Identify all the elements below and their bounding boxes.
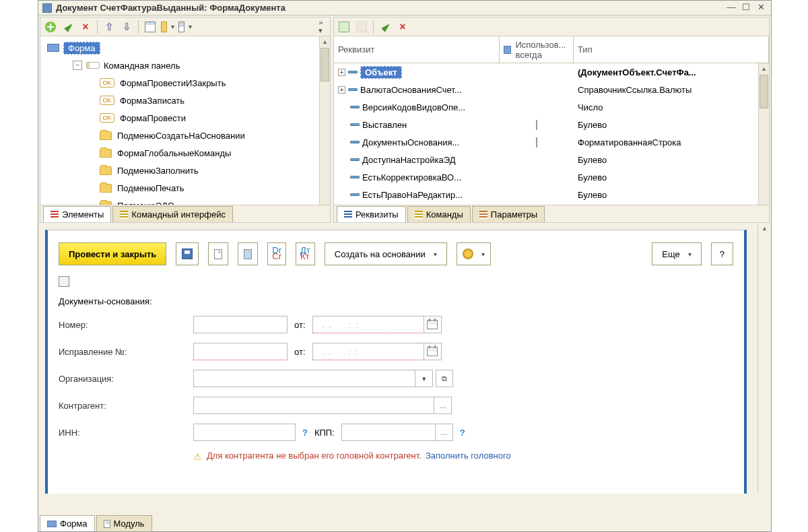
tab-cmdinterface[interactable]: Командный интерфейс <box>112 206 233 222</box>
attr-name: ЕстьПравоНаРедактир... <box>362 190 463 200</box>
move-down-button[interactable]: ⇩ <box>119 20 134 34</box>
date-from-input[interactable] <box>312 316 424 333</box>
kpp-select-button[interactable]: … <box>436 424 453 441</box>
scrollbar[interactable]: ▴ <box>319 36 330 205</box>
close-button[interactable]: ✕ <box>755 3 767 13</box>
kpp-help[interactable]: ? <box>460 428 465 438</box>
tab-parameters[interactable]: Параметры <box>472 206 545 222</box>
collapse-button[interactable]: − <box>73 61 82 70</box>
more-button[interactable]: Еще <box>652 242 701 265</box>
scrollbar[interactable]: ▴ <box>758 63 769 205</box>
maximize-button[interactable]: ☐ <box>740 3 752 13</box>
correction-input[interactable] <box>193 343 288 360</box>
separator <box>373 20 374 34</box>
org-input[interactable] <box>193 370 415 387</box>
inn-help[interactable]: ? <box>302 428 308 438</box>
add-attr-button[interactable] <box>337 20 351 34</box>
col-use-always[interactable]: Использов... всегда <box>500 36 574 63</box>
attr-row[interactable]: ВерсияКодовВидовОпе... Число <box>334 98 769 116</box>
contractor-input[interactable] <box>193 397 434 414</box>
table-button[interactable] <box>143 20 158 34</box>
chevrons-icon: »▾ <box>318 18 321 35</box>
tree-node[interactable]: ПодменюСоздатьНаОсновании <box>42 127 329 144</box>
edit-attr-button[interactable] <box>378 20 393 34</box>
tree-node[interactable]: OKФормаПровестиИЗакрыть <box>42 74 329 92</box>
attr-row[interactable]: Выставлен Булево <box>334 116 769 133</box>
doclist-icon <box>244 249 252 259</box>
drcr-button[interactable]: DrCr <box>267 242 286 265</box>
edit-button[interactable] <box>61 20 75 34</box>
tab-label: Команды <box>426 209 463 220</box>
attr-row[interactable]: ДокументыОснования... ФорматированнаяСтр… <box>334 133 769 151</box>
dtkt-button[interactable]: ДтКт <box>296 242 315 265</box>
layout-dropdown[interactable] <box>178 20 193 34</box>
delete-button[interactable]: × <box>78 20 93 34</box>
attr-type: Число <box>574 102 742 112</box>
settings-button[interactable] <box>457 242 491 265</box>
titlebar: Документ СчетФактураВыданный: ФормаДокум… <box>38 1 771 15</box>
attr-row[interactable]: ЕстьПравоНаРедактир... Булево <box>334 186 769 203</box>
tree-node-form[interactable]: Форма <box>42 39 329 57</box>
list-icon <box>120 211 128 219</box>
attr-row[interactable]: +ВалютаОснованияСчет... СправочникСсылка… <box>334 81 769 98</box>
calendar-button[interactable] <box>424 316 442 333</box>
tab-attributes[interactable]: Реквизиты <box>337 206 406 222</box>
tree-node[interactable]: ПодменюЗаполнить <box>42 162 329 179</box>
correction-date-input[interactable] <box>312 343 424 360</box>
main-checkbox[interactable] <box>59 276 69 287</box>
tree-label: ПодменюЭДО <box>117 201 174 205</box>
inn-input[interactable] <box>193 424 296 441</box>
tab-module-view[interactable]: Модуль <box>96 515 152 531</box>
checkbox[interactable] <box>536 137 537 147</box>
tree-node[interactable]: OKФормаПровести <box>42 109 329 127</box>
upper-split: × ⇧ ⇩ »▾ Форма − <box>38 15 771 224</box>
delete-attr-button[interactable]: × <box>395 20 410 34</box>
preview-scrollbar[interactable]: ▴ <box>758 224 771 494</box>
help-button[interactable]: ? <box>711 242 733 265</box>
expand-button[interactable]: + <box>338 86 345 94</box>
tree-node[interactable]: ФормаГлобальныеКоманды <box>42 144 329 162</box>
elements-tree[interactable]: Форма − Командная панель OKФормаПровести… <box>40 36 330 205</box>
attr-row[interactable]: +Объект (ДокументОбъект.СчетФа... <box>334 63 769 81</box>
tab-form-view[interactable]: Форма <box>40 515 95 531</box>
expand-button[interactable]: + <box>338 69 345 76</box>
post-button[interactable] <box>208 242 228 265</box>
save-button[interactable] <box>176 242 199 265</box>
contractor-select-button[interactable]: … <box>434 397 452 414</box>
tree-node[interactable]: OKФормаЗаписать <box>42 92 329 109</box>
expand-toolbar-button[interactable]: »▾ <box>312 20 327 34</box>
fill-parent-link[interactable]: Заполнить головного <box>426 451 511 461</box>
tab-label: Параметры <box>491 209 537 220</box>
folder-icon <box>100 201 112 205</box>
col-type[interactable]: Тип <box>574 36 769 63</box>
form-icon <box>504 46 511 54</box>
attr-icon <box>350 158 360 161</box>
view-dropdown[interactable] <box>160 20 175 34</box>
minimize-button[interactable]: — <box>725 3 737 13</box>
arrow-down-icon: ⇩ <box>123 21 131 33</box>
create-based-on-button[interactable]: Создать на основании <box>325 242 447 265</box>
post-and-close-button[interactable]: Провести и закрыть <box>59 242 166 265</box>
kpp-input[interactable] <box>341 424 436 441</box>
number-row: Номер: от: <box>59 316 733 333</box>
add-button[interactable] <box>43 20 58 34</box>
number-input[interactable] <box>193 316 288 333</box>
checkbox[interactable] <box>536 120 537 130</box>
org-open-button[interactable]: ⧉ <box>436 370 453 387</box>
col-attribute[interactable]: Реквизит <box>334 36 500 63</box>
tab-elements[interactable]: Элементы <box>43 206 111 222</box>
tab-commands[interactable]: Команды <box>407 206 471 222</box>
cmdbar-icon <box>86 62 100 69</box>
inn-kpp-row: ИНН: ? КПП: … ? <box>59 424 733 441</box>
org-dropdown-button[interactable]: ▾ <box>415 370 433 387</box>
tree-node[interactable]: ПодменюПечать <box>42 179 329 197</box>
attr-row[interactable]: ДоступнаНастройкаЭД Булево <box>334 151 769 168</box>
calendar-button[interactable] <box>424 343 442 360</box>
tree-node[interactable]: ПодменюЭДО <box>42 197 329 205</box>
attributes-grid[interactable]: +Объект (ДокументОбъект.СчетФа... +Валют… <box>334 63 769 205</box>
move-up-button[interactable]: ⇧ <box>102 20 116 34</box>
list-button[interactable] <box>238 242 258 265</box>
attr-row[interactable]: ЕстьКорректировкаВО... Булево <box>334 168 769 186</box>
warning-text: Для контрагента не выбран его головной к… <box>207 451 422 461</box>
tree-node-cmdpanel[interactable]: − Командная панель <box>42 57 329 74</box>
